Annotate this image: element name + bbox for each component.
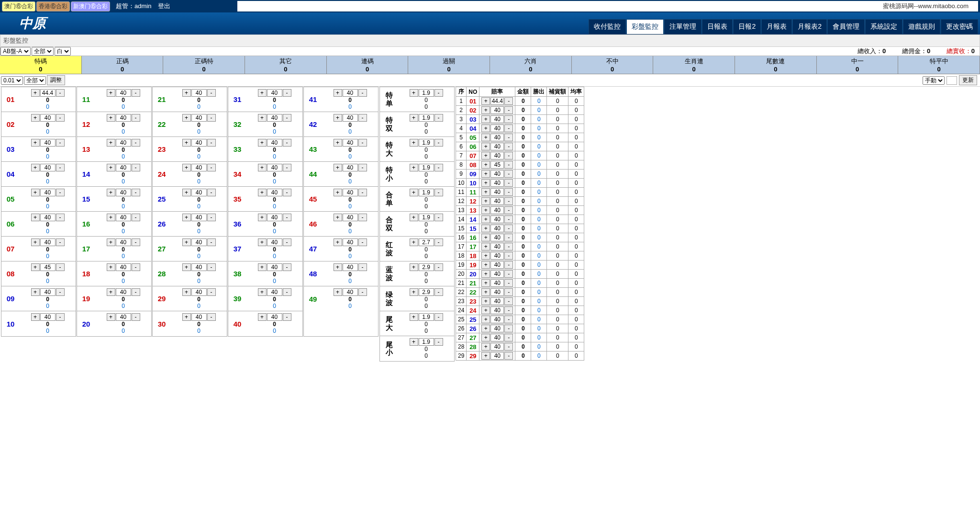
- minus-button[interactable]: -: [358, 214, 367, 221]
- minus-button[interactable]: -: [504, 170, 513, 178]
- minus-button[interactable]: -: [132, 288, 140, 296]
- minus-button[interactable]: -: [283, 313, 291, 321]
- minus-button[interactable]: -: [434, 114, 443, 122]
- plus-button[interactable]: +: [258, 263, 267, 271]
- plus-button[interactable]: +: [334, 263, 342, 271]
- plus-button[interactable]: +: [334, 238, 342, 246]
- odds-input[interactable]: [419, 189, 434, 196]
- minus-button[interactable]: -: [132, 313, 140, 321]
- plus-button[interactable]: +: [481, 325, 490, 332]
- odds-input[interactable]: [419, 313, 434, 321]
- minus-button[interactable]: -: [283, 164, 291, 171]
- lottery-tag-newmacau[interactable]: 新澳门⑥合彩: [71, 1, 110, 11]
- scope-select[interactable]: 全部: [24, 76, 46, 85]
- odds-input[interactable]: [490, 125, 504, 132]
- odds-input[interactable]: [419, 139, 434, 147]
- plus-button[interactable]: +: [481, 170, 490, 178]
- odds-input[interactable]: [490, 352, 504, 360]
- minus-button[interactable]: -: [132, 114, 140, 122]
- plus-button[interactable]: +: [182, 189, 191, 196]
- odds-input[interactable]: [490, 261, 504, 269]
- odds-input[interactable]: [40, 238, 56, 246]
- odds-input[interactable]: [490, 143, 504, 150]
- plus-button[interactable]: +: [481, 261, 490, 269]
- plus-button[interactable]: +: [107, 189, 115, 196]
- minus-button[interactable]: -: [434, 263, 443, 271]
- odds-input[interactable]: [267, 114, 282, 122]
- plus-button[interactable]: +: [31, 263, 40, 271]
- nav-tab[interactable]: 日報表: [702, 19, 733, 34]
- minus-button[interactable]: -: [56, 263, 65, 271]
- minus-button[interactable]: -: [207, 139, 216, 147]
- minus-button[interactable]: -: [283, 263, 291, 271]
- odds-input[interactable]: [40, 214, 56, 221]
- minus-button[interactable]: -: [434, 238, 443, 246]
- odds-input[interactable]: [343, 288, 358, 296]
- odds-input[interactable]: [40, 89, 56, 97]
- minus-button[interactable]: -: [504, 325, 513, 332]
- plus-button[interactable]: +: [182, 114, 191, 122]
- minus-button[interactable]: -: [132, 89, 140, 97]
- odds-input[interactable]: [116, 313, 131, 321]
- odds-input[interactable]: [343, 189, 358, 196]
- plus-button[interactable]: +: [31, 238, 40, 246]
- odds-input[interactable]: [267, 288, 282, 296]
- plus-button[interactable]: +: [258, 214, 267, 221]
- minus-button[interactable]: -: [56, 89, 65, 97]
- minus-button[interactable]: -: [56, 139, 65, 147]
- odds-input[interactable]: [490, 297, 504, 305]
- lottery-tag-hk[interactable]: 香港⑥合彩: [36, 1, 70, 11]
- odds-input[interactable]: [191, 214, 207, 221]
- odds-input[interactable]: [40, 263, 56, 271]
- nav-tab[interactable]: 收付監控: [589, 19, 626, 34]
- odds-input[interactable]: [490, 270, 504, 278]
- minus-button[interactable]: -: [504, 179, 513, 187]
- minus-button[interactable]: -: [358, 114, 367, 122]
- odds-input[interactable]: [343, 238, 358, 246]
- minus-button[interactable]: -: [504, 134, 513, 141]
- plus-button[interactable]: +: [182, 214, 191, 221]
- plus-button[interactable]: +: [258, 238, 267, 246]
- plus-button[interactable]: +: [31, 214, 40, 221]
- plus-button[interactable]: +: [481, 179, 490, 187]
- minus-button[interactable]: -: [504, 288, 513, 296]
- plus-button[interactable]: +: [410, 114, 418, 122]
- odds-input[interactable]: [490, 243, 504, 250]
- plus-button[interactable]: +: [481, 243, 490, 250]
- odds-input[interactable]: [490, 188, 504, 196]
- minus-button[interactable]: -: [504, 97, 513, 105]
- odds-input[interactable]: [490, 316, 504, 323]
- plus-button[interactable]: +: [334, 139, 342, 147]
- odds-input[interactable]: [490, 288, 504, 296]
- odds-input[interactable]: [40, 164, 56, 171]
- plus-button[interactable]: +: [31, 139, 40, 147]
- plus-button[interactable]: +: [481, 288, 490, 296]
- plus-button[interactable]: +: [481, 125, 490, 132]
- minus-button[interactable]: -: [504, 261, 513, 269]
- minus-button[interactable]: -: [504, 206, 513, 214]
- plus-button[interactable]: +: [334, 288, 342, 296]
- minus-button[interactable]: -: [207, 114, 216, 122]
- plus-button[interactable]: +: [410, 189, 418, 196]
- plus-button[interactable]: +: [481, 316, 490, 323]
- minus-button[interactable]: -: [56, 114, 65, 122]
- plus-button[interactable]: +: [481, 252, 490, 260]
- plus-button[interactable]: +: [334, 89, 342, 97]
- minus-button[interactable]: -: [283, 238, 291, 246]
- odds-input[interactable]: [490, 343, 504, 351]
- minus-button[interactable]: -: [56, 313, 65, 321]
- minus-button[interactable]: -: [504, 306, 513, 314]
- nav-tab[interactable]: 會員管理: [827, 19, 865, 34]
- minus-button[interactable]: -: [207, 238, 216, 246]
- odds-input[interactable]: [490, 170, 504, 178]
- odds-input[interactable]: [343, 263, 358, 271]
- odds-input[interactable]: [490, 334, 504, 341]
- minus-button[interactable]: -: [207, 313, 216, 321]
- plus-button[interactable]: +: [258, 288, 267, 296]
- category-tab[interactable]: 生肖連0: [653, 56, 735, 74]
- plus-button[interactable]: +: [182, 263, 191, 271]
- plus-button[interactable]: +: [258, 313, 267, 321]
- plus-button[interactable]: +: [481, 97, 490, 105]
- minus-button[interactable]: -: [504, 106, 513, 114]
- category-tab[interactable]: 中一0: [817, 56, 899, 74]
